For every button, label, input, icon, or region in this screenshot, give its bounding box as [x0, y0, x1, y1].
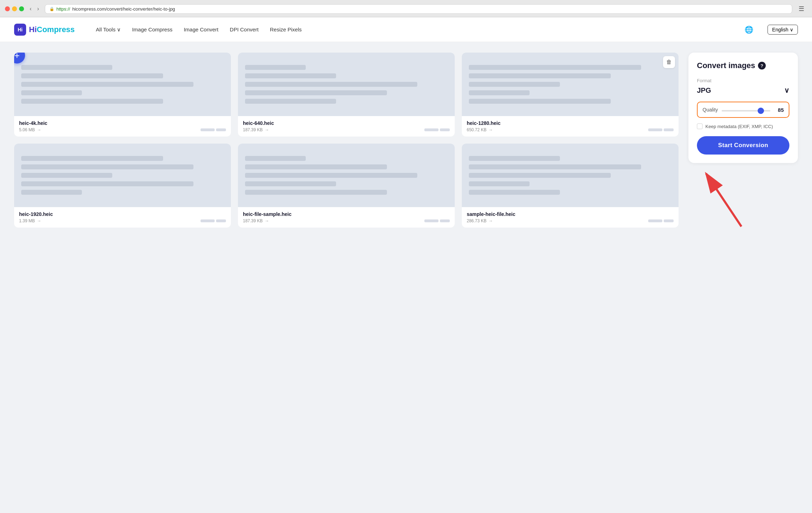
language-selector[interactable]: English ∨ [768, 25, 798, 35]
thumb-decoration [469, 181, 530, 186]
file-info: sample-heic-file.heic 286.73 KB → [462, 207, 679, 228]
file-card: heic-1920.heic 1.39 MB → [14, 144, 231, 228]
file-meta: 650.72 KB → [467, 127, 674, 132]
thumb-decoration [245, 164, 387, 169]
fullscreen-button[interactable] [19, 6, 24, 11]
main-content: + heic-4k.heic 5.06 MB → [0, 42, 812, 509]
metadata-label: Keep metadata (EXIF, XMP, ICC) [705, 124, 773, 129]
file-name: heic-1920.heic [19, 211, 226, 217]
close-button[interactable] [5, 6, 10, 11]
file-info: heic-1920.heic 1.39 MB → [14, 207, 231, 228]
browser-chrome: ‹ › 🔒 https://hicompress.com/convert/hei… [0, 0, 812, 17]
thumb-decoration [21, 65, 112, 70]
file-info: heic-4k.heic 5.06 MB → [14, 116, 231, 137]
thumb-decoration [245, 90, 387, 95]
nav-resize-pixels[interactable]: Resize Pixels [270, 26, 302, 32]
meta-bar [648, 128, 662, 131]
format-select[interactable]: JPG ∨ [697, 85, 789, 96]
url-rest: hicompress.com/convert/heic-converter/he… [72, 6, 175, 12]
thumb-decoration [21, 73, 163, 78]
file-name: sample-heic-file.heic [467, 211, 674, 217]
quality-slider[interactable] [722, 110, 770, 111]
arrow-icon: → [489, 127, 493, 132]
meta-bar [201, 219, 215, 222]
thumb-decoration [469, 99, 611, 104]
logo-icon: Hi [14, 24, 26, 36]
file-size: 5.06 MB [19, 127, 35, 132]
thumb-decoration [245, 181, 336, 186]
file-name: heic-1280.heic [467, 120, 674, 126]
file-card: + heic-4k.heic 5.06 MB → [14, 53, 231, 137]
file-meta: 1.39 MB → [19, 218, 226, 223]
thumb-decoration [245, 65, 306, 70]
traffic-lights [5, 6, 24, 11]
file-card: heic-file-sample.heic 187.39 KB → [238, 144, 455, 228]
help-icon[interactable]: ? [758, 62, 766, 70]
thumb-decoration [245, 73, 336, 78]
svg-line-1 [706, 174, 741, 227]
file-grid: + heic-4k.heic 5.06 MB → [14, 53, 679, 499]
metadata-checkbox[interactable] [697, 123, 703, 129]
nav-image-convert[interactable]: Image Convert [184, 26, 218, 32]
delete-file-button[interactable]: 🗑 [663, 56, 675, 68]
minimize-button[interactable] [12, 6, 17, 11]
arrow-icon: → [265, 127, 269, 132]
meta-bar [216, 219, 226, 222]
start-conversion-button[interactable]: Start Conversion [697, 136, 789, 155]
meta-bar [664, 128, 674, 131]
file-meta: 5.06 MB → [19, 127, 226, 132]
meta-bar [648, 219, 662, 222]
file-name: heic-640.heic [243, 120, 450, 126]
file-thumbnail [14, 144, 231, 207]
convert-title: Convert images ? [697, 61, 789, 70]
logo-compress: Compress [37, 25, 75, 34]
file-thumbnail: 🗑 [462, 53, 679, 116]
file-card: heic-640.heic 187.39 KB → [238, 53, 455, 137]
meta-bar [424, 128, 438, 131]
meta-bar [440, 128, 450, 131]
file-meta: 286.73 KB → [467, 218, 674, 223]
quality-value: 85 [774, 107, 784, 113]
thumb-decoration [21, 164, 193, 169]
nav-all-tools[interactable]: All Tools ∨ [96, 26, 121, 33]
thumb-decoration [469, 73, 611, 78]
thumb-decoration [245, 82, 417, 87]
thumb-decoration [469, 65, 641, 70]
metadata-row: Keep metadata (EXIF, XMP, ICC) [697, 123, 789, 129]
thumb-decoration [245, 99, 336, 104]
globe-icon[interactable]: 🌐 [745, 25, 753, 34]
arrow-icon: → [265, 218, 269, 223]
logo[interactable]: Hi HiCompress [14, 24, 75, 36]
meta-bar [201, 128, 215, 131]
forward-button[interactable]: › [35, 5, 41, 13]
file-size: 1.39 MB [19, 218, 35, 223]
arrow-svg [671, 163, 759, 234]
thumb-decoration [21, 173, 112, 178]
file-size: 286.73 KB [467, 218, 486, 223]
file-name: heic-4k.heic [19, 120, 226, 126]
meta-bar [664, 219, 674, 222]
file-info: heic-640.heic 187.39 KB → [238, 116, 455, 137]
meta-bar [216, 128, 226, 131]
thumb-decoration [245, 156, 306, 161]
file-meta: 187.39 KB → [243, 127, 450, 132]
arrow-annotation [688, 163, 798, 234]
thumb-decoration [21, 181, 193, 186]
nav-image-compress[interactable]: Image Compress [132, 26, 172, 32]
main-nav: All Tools ∨ Image Compress Image Convert… [96, 26, 302, 33]
file-meta: 187.39 KB → [243, 218, 450, 223]
address-bar[interactable]: 🔒 https://hicompress.com/convert/heic-co… [45, 4, 792, 14]
file-size: 187.39 KB [243, 127, 263, 132]
convert-panel: Convert images ? Format JPG ∨ Quality 85 [688, 53, 798, 499]
file-card: sample-heic-file.heic 286.73 KB → [462, 144, 679, 228]
thumb-decoration [469, 190, 560, 195]
nav-dpi-convert[interactable]: DPI Convert [230, 26, 259, 32]
meta-bar [440, 219, 450, 222]
menu-button[interactable]: ☰ [796, 4, 807, 14]
convert-card: Convert images ? Format JPG ∨ Quality 85 [688, 53, 798, 163]
thumb-decoration [245, 190, 387, 195]
back-button[interactable]: ‹ [28, 5, 34, 13]
file-info: heic-1280.heic 650.72 KB → [462, 116, 679, 137]
thumb-decoration [469, 82, 560, 87]
arrow-icon: → [37, 218, 41, 223]
